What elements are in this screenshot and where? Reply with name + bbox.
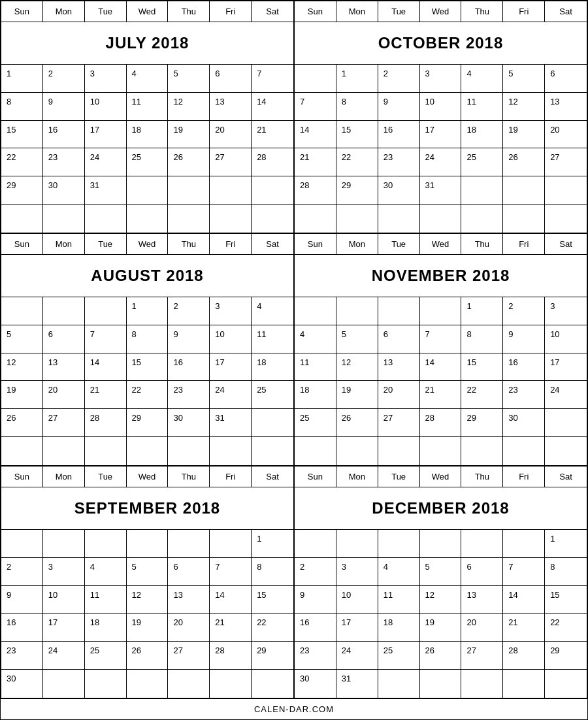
- day-cell: 18: [295, 381, 336, 408]
- day-cell: [1, 205, 43, 233]
- day-cell: 30: [168, 409, 210, 436]
- day-cell: [420, 670, 462, 698]
- week-row: [1, 437, 293, 465]
- day-cell: 30: [503, 409, 545, 436]
- day-cell: 25: [252, 381, 293, 408]
- day-cell: 5: [127, 558, 169, 585]
- day-cell: 12: [336, 353, 378, 381]
- day-cell: 25: [127, 148, 169, 176]
- week-row: 11121314151617: [295, 353, 587, 382]
- day-header-sun: Sun: [295, 234, 336, 254]
- week-row: 16171819202122: [1, 614, 293, 642]
- day-cell: 6: [210, 65, 252, 92]
- day-cell: 20: [210, 121, 252, 148]
- week-row: [1, 205, 293, 233]
- day-cell: 7: [420, 325, 462, 353]
- week-row: 16171819202122: [295, 614, 587, 642]
- week-row: 18192021222324: [295, 381, 587, 409]
- day-cell: [127, 670, 169, 698]
- month-title-august-2018: AUGUST 2018: [1, 255, 293, 297]
- day-cell: 15: [127, 353, 169, 381]
- day-cell: 6: [545, 65, 587, 92]
- day-cell: 26: [1, 409, 43, 436]
- day-cell: 8: [1, 93, 43, 120]
- week-row: 567891011: [1, 325, 293, 353]
- day-cell: [336, 205, 378, 233]
- day-cell: 10: [420, 93, 462, 120]
- day-header-sat: Sat: [545, 466, 587, 487]
- day-cell: 11: [295, 353, 336, 381]
- day-cell: 14: [295, 121, 336, 148]
- day-cell: 27: [378, 409, 420, 436]
- day-cell: 22: [1, 148, 43, 176]
- day-cell: 16: [503, 353, 545, 381]
- day-cell: 6: [378, 325, 420, 353]
- day-cell: 17: [336, 614, 378, 641]
- day-cell: [252, 437, 293, 465]
- day-cell: 19: [503, 121, 545, 148]
- week-row: 30: [1, 670, 293, 698]
- day-cell: [503, 670, 545, 698]
- day-header-sun: Sun: [295, 466, 336, 487]
- day-cell: 14: [210, 586, 252, 614]
- day-header-fri: Fri: [210, 1, 252, 22]
- day-cell: 24: [210, 381, 252, 408]
- day-cell: 7: [252, 65, 293, 92]
- day-cell: 20: [461, 614, 503, 641]
- day-cell: [43, 205, 85, 233]
- week-row: 78910111213: [295, 93, 587, 121]
- day-cell: [378, 205, 420, 233]
- day-header-tue: Tue: [378, 234, 420, 254]
- day-cell: 2: [168, 297, 210, 325]
- day-cell: 30: [295, 670, 336, 698]
- day-cell: 5: [420, 558, 462, 585]
- day-cell: 3: [85, 65, 127, 92]
- day-cell: 27: [210, 148, 252, 176]
- day-cell: 22: [461, 381, 503, 408]
- day-cell: 1: [336, 65, 378, 92]
- day-cell: 13: [168, 586, 210, 614]
- day-cell: 3: [336, 558, 378, 585]
- day-cell: 10: [545, 325, 587, 353]
- day-cell: 14: [252, 93, 293, 120]
- day-cell: [461, 437, 503, 465]
- day-cell: [295, 205, 336, 233]
- day-cell: 18: [461, 121, 503, 148]
- day-cell: 10: [85, 93, 127, 120]
- day-cell: 31: [336, 670, 378, 698]
- day-header-fri: Fri: [503, 1, 545, 22]
- day-cell: 8: [461, 325, 503, 353]
- day-cell: [545, 670, 587, 698]
- day-cell: 11: [378, 586, 420, 614]
- day-cell: [127, 176, 169, 204]
- day-cell: 16: [1, 614, 43, 641]
- day-cell: 12: [503, 93, 545, 120]
- day-cell: 16: [168, 353, 210, 381]
- day-cell: 17: [420, 121, 462, 148]
- day-cell: [252, 409, 293, 436]
- day-cell: [461, 670, 503, 698]
- day-cell: 19: [127, 614, 169, 641]
- day-cell: [378, 297, 420, 325]
- day-cell: 1: [545, 530, 587, 557]
- day-cell: 15: [461, 353, 503, 381]
- day-cell: 6: [43, 325, 85, 353]
- day-cell: 26: [503, 148, 545, 176]
- week-row: 15161718192021: [1, 121, 293, 149]
- page: SunMonTueWedThuFriSatJULY 20181234567891…: [0, 0, 588, 720]
- day-cell: 9: [378, 93, 420, 120]
- week-row: 28293031: [295, 176, 587, 205]
- weeks-grid-november-2018: 1234567891011121314151617181920212223242…: [295, 297, 587, 465]
- day-cell: 9: [295, 586, 336, 614]
- week-row: [295, 437, 587, 465]
- day-cell: [420, 437, 462, 465]
- week-row: 9101112131415: [1, 586, 293, 614]
- day-header-thu: Thu: [168, 234, 210, 254]
- day-cell: 21: [85, 381, 127, 408]
- day-cell: [295, 437, 336, 465]
- day-header-tue: Tue: [378, 1, 420, 22]
- day-cell: [43, 530, 85, 557]
- day-cell: 26: [336, 409, 378, 436]
- day-cell: [85, 437, 127, 465]
- day-cell: 27: [545, 148, 587, 176]
